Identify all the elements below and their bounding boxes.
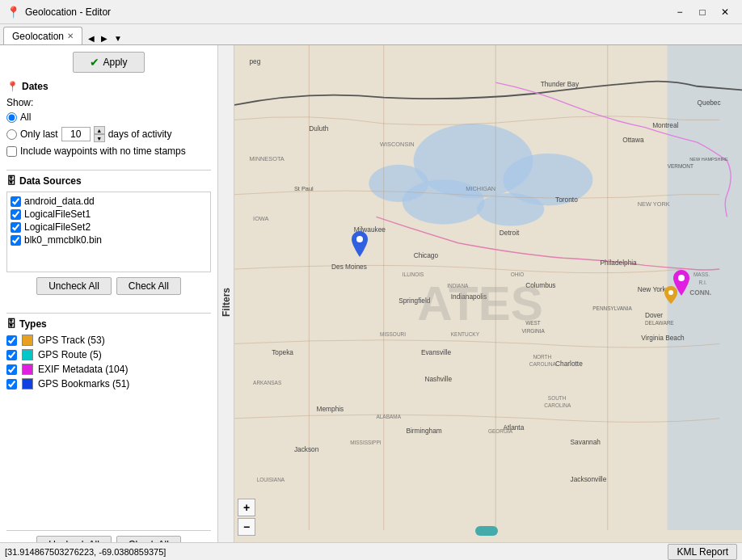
dates-section-title: 📍 Dates <box>6 81 211 92</box>
svg-text:Columbus: Columbus <box>525 281 555 289</box>
source-item-2: LogicalFileSet1 <box>11 208 207 220</box>
days-spinner-down[interactable]: ▼ <box>94 134 105 142</box>
svg-text:PENNSYLVANIA: PENNSYLVANIA <box>592 305 632 311</box>
type-label-gps-track: GPS Track (53) <box>38 335 105 346</box>
svg-text:INDIANA: INDIANA <box>447 283 469 288</box>
kml-report-button[interactable]: KML Report <box>668 544 737 560</box>
tab-nav-forward[interactable]: ▶ <box>99 32 110 44</box>
svg-text:SOUTH: SOUTH <box>548 395 567 401</box>
map-pin-orange <box>664 286 677 306</box>
source-label-3: LogicalFileSet2 <box>24 221 91 233</box>
only-last-label: Only last <box>20 128 58 140</box>
tab-geolocation[interactable]: Geolocation ✕ <box>3 27 82 44</box>
svg-text:MISSISSIPPI: MISSISSIPPI <box>350 440 382 445</box>
type-checkbox-exif[interactable] <box>6 364 17 375</box>
check-all-sources-button[interactable]: Check All <box>116 277 181 295</box>
days-of-activity-label: days of activity <box>108 128 172 140</box>
source-label-1: android_data.dd <box>24 196 95 207</box>
tab-label: Geolocation <box>12 31 64 42</box>
location-badge <box>475 526 498 536</box>
svg-text:DELAWARE: DELAWARE <box>645 320 674 326</box>
only-last-row: Only last ▲ ▼ days of activity <box>6 126 211 142</box>
tab-nav-down[interactable]: ▼ <box>112 32 124 44</box>
types-section: 🗄 Types GPS Track (53) GPS Route (5) EXI… <box>6 318 211 393</box>
zoom-out-button[interactable]: − <box>238 518 255 536</box>
source-checkbox-2[interactable] <box>11 209 21 220</box>
days-spinner-up[interactable]: ▲ <box>94 126 105 134</box>
coordinates-display: [31.914867503276223, -69.0380859375] <box>5 547 166 557</box>
source-item-4: blk0_mmcblk0.bin <box>11 234 207 246</box>
source-label-4: blk0_mmcblk0.bin <box>24 234 102 246</box>
tab-close-icon[interactable]: ✕ <box>67 32 74 40</box>
svg-text:VIRGINIA: VIRGINIA <box>522 328 546 334</box>
include-waypoints-checkbox[interactable] <box>6 146 17 157</box>
svg-text:Philadelphia: Philadelphia <box>601 259 638 267</box>
svg-text:Dover: Dover <box>645 311 663 319</box>
apply-row: ✔ Apply <box>6 52 211 73</box>
types-icon: 🗄 <box>6 318 16 330</box>
main-layout: ✔ Apply 📍 Dates Show: All Only last ▲ ▼ … <box>0 45 742 560</box>
all-radio[interactable] <box>6 112 17 123</box>
type-label-gps-route: GPS Route (5) <box>38 349 102 360</box>
dates-pin-icon: 📍 <box>6 81 19 92</box>
left-panel: ✔ Apply 📍 Dates Show: All Only last ▲ ▼ … <box>0 45 218 560</box>
svg-text:VERMONT: VERMONT <box>668 163 694 169</box>
svg-text:CONN.: CONN. <box>689 288 711 297</box>
zoom-controls: + − <box>238 499 255 536</box>
tabbar: Geolocation ✕ ◀ ▶ ▼ <box>0 24 742 45</box>
svg-text:NEW YORK: NEW YORK <box>638 200 670 208</box>
filters-sidebar: Filters <box>218 45 234 560</box>
svg-text:MASS.: MASS. <box>694 272 710 277</box>
exif-color <box>22 364 33 375</box>
gps-route-color <box>22 349 33 360</box>
source-item-1: android_data.dd <box>11 196 207 207</box>
svg-text:New York: New York <box>638 285 667 293</box>
type-label-gps-bookmarks: GPS Bookmarks (51) <box>38 378 129 389</box>
type-checkbox-gps-track[interactable] <box>6 335 17 346</box>
source-checkbox-4[interactable] <box>11 235 21 246</box>
source-checkbox-1[interactable] <box>11 196 21 207</box>
tab-nav: ◀ ▶ ▼ <box>86 32 124 44</box>
only-last-radio[interactable] <box>6 129 17 140</box>
zoom-in-button[interactable]: + <box>238 499 255 516</box>
svg-text:MICHIGAN: MICHIGAN <box>466 185 495 192</box>
gps-track-color <box>22 335 33 346</box>
svg-point-64 <box>356 236 363 242</box>
maximize-button[interactable]: □ <box>692 3 713 21</box>
map-area[interactable]: Filters ◀ ▶ <box>218 45 742 560</box>
gps-bookmarks-color <box>22 378 33 389</box>
svg-text:Des Moines: Des Moines <box>331 263 367 271</box>
type-checkbox-gps-route[interactable] <box>6 350 17 360</box>
svg-text:Charlotte: Charlotte <box>555 360 583 368</box>
svg-text:NEW HAMPSHIRE: NEW HAMPSHIRE <box>689 157 728 162</box>
svg-text:Duluth: Duluth <box>309 124 328 133</box>
waypoints-row: Include waypoints with no time stamps <box>6 145 211 157</box>
svg-text:Nashville: Nashville <box>425 375 453 383</box>
svg-text:Jackson: Jackson <box>294 445 319 453</box>
svg-text:CAROLINA: CAROLINA <box>529 361 557 367</box>
svg-text:WEST: WEST <box>525 320 541 326</box>
type-checkbox-gps-bookmarks[interactable] <box>6 379 17 389</box>
svg-text:IOWA: IOWA <box>253 215 268 222</box>
tab-nav-back[interactable]: ◀ <box>86 32 97 44</box>
data-sources-icon: 🗄 <box>6 175 16 187</box>
minimize-button[interactable]: − <box>669 3 690 21</box>
days-input[interactable] <box>61 127 91 141</box>
svg-text:Jacksonville: Jacksonville <box>571 475 607 483</box>
svg-text:Montreal: Montreal <box>652 121 678 129</box>
source-checkbox-3[interactable] <box>11 222 21 233</box>
uncheck-all-sources-button[interactable]: Uncheck All <box>36 277 112 295</box>
svg-text:KENTUCKY: KENTUCKY <box>451 331 480 337</box>
svg-text:St Paul: St Paul <box>294 185 314 192</box>
types-section-title: 🗄 Types <box>6 318 211 330</box>
window-controls: − □ ✕ <box>669 3 736 21</box>
close-button[interactable]: ✕ <box>715 3 736 21</box>
svg-text:Toronto: Toronto <box>555 196 578 204</box>
svg-text:peg: peg <box>249 57 260 65</box>
type-label-exif: EXIF Metadata (104) <box>38 364 128 375</box>
type-item-gps-track: GPS Track (53) <box>6 335 211 346</box>
svg-point-66 <box>668 290 673 295</box>
svg-text:Thunder Bay: Thunder Bay <box>541 80 580 88</box>
titlebar: 📍 Geolocation - Editor − □ ✕ <box>0 0 742 24</box>
apply-button[interactable]: ✔ Apply <box>73 52 144 73</box>
